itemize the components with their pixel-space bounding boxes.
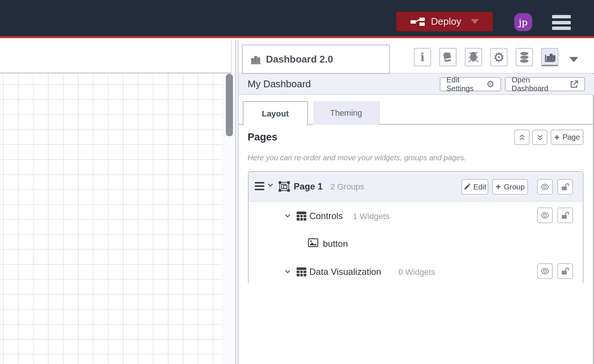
unlock-icon [561,183,569,191]
deploy-button[interactable]: Deploy [396,12,493,31]
node-red-editor: Deploy jp + [0,0,594,364]
gear-icon: ⚙ [493,51,504,64]
deploy-caret-icon[interactable] [471,19,479,24]
page-group-count: 2 Groups [330,182,364,192]
debug-tool-button[interactable] [465,48,482,66]
help-tool-button[interactable] [439,48,457,66]
open-dashboard-button[interactable]: Open Dashboard [505,77,585,91]
edit-page-label: Edit [473,183,486,191]
page-card: Page 1 2 Groups Edit + Group [248,171,584,285]
add-page-label: Page [563,133,580,142]
dashboard-tool-button[interactable] [541,48,558,66]
unlock-icon [561,267,569,275]
edit-settings-button[interactable]: Edit Settings ⚙ [440,77,501,91]
external-link-icon [570,80,578,88]
chevron-down-icon[interactable] [285,270,291,274]
pencil-icon [464,183,470,190]
expand-all-button[interactable] [532,130,548,145]
add-group-button[interactable]: + Group [492,179,528,195]
table-icon [297,212,306,221]
double-chevron-up-icon [518,134,526,141]
user-avatar[interactable]: jp [514,13,532,31]
page-row[interactable]: Page 1 2 Groups Edit + Group [249,172,583,201]
group-name: Data Visualization [309,267,381,277]
sidebar-tab-title: Dashboard 2.0 [266,54,333,65]
page-name: Page 1 [294,181,322,192]
chevron-down-icon[interactable] [267,183,273,187]
chevron-down-icon[interactable] [285,214,291,218]
pages-heading: Pages [248,131,278,143]
object-group-icon [279,181,290,192]
widget-row-button[interactable]: button [249,230,583,258]
group-widget-count: 1 Widgets [353,212,390,221]
flow-tab-bar: + [0,40,231,73]
group-lock-button[interactable] [557,207,573,223]
image-icon [308,238,318,247]
add-page-button[interactable]: + Page [551,130,584,145]
flow-canvas[interactable] [0,73,222,364]
add-group-label: Group [504,183,525,191]
eye-icon [540,212,549,219]
sidebar-resize-divider[interactable] [235,40,239,364]
tab-theming[interactable]: Theming [313,101,379,125]
config-tool-button[interactable]: ⚙ [490,48,507,66]
plus-icon: + [554,133,560,142]
unlock-icon [561,211,569,219]
double-chevron-down-icon [536,134,544,141]
gear-icon: ⚙ [486,80,494,89]
info-tool-button[interactable]: i [414,48,431,66]
context-tool-button[interactable] [516,48,533,66]
group-row-data-visualization[interactable]: Data Visualization 0 Widgets [249,258,583,285]
drag-handle-icon[interactable] [255,182,264,190]
eye-icon [540,268,549,274]
dashboard-title: My Dashboard [248,78,311,90]
sidebar-header: Dashboard 2.0 i [239,40,594,73]
avatar-initials: jp [519,17,528,28]
chart-icon [250,54,261,64]
book-icon [443,52,453,63]
top-navbar: Deploy jp [0,0,594,38]
table-icon [297,267,306,276]
sidebar-menu-caret-icon[interactable] [569,57,578,62]
group-row-controls[interactable]: Controls 1 Widgets [249,202,583,230]
edit-settings-label: Edit Settings [446,76,482,93]
bug-icon [468,52,479,63]
widget-name: button [323,239,348,249]
page-lock-button[interactable] [557,179,573,195]
vertical-scrollbar[interactable] [226,74,233,136]
pages-description: Here you can re-order and move your widg… [248,154,466,162]
database-icon [519,52,530,63]
collapse-all-button[interactable] [514,130,530,145]
eye-icon [540,183,549,190]
deploy-icon [410,17,425,26]
hamburger-menu-icon[interactable] [552,15,571,30]
group-name: Controls [309,211,343,221]
group-lock-button[interactable] [557,263,573,279]
sidebar-tab-dashboard[interactable]: Dashboard 2.0 [242,45,390,74]
plus-icon: + [495,182,501,191]
tab-layout[interactable]: Layout [243,101,308,125]
dashboard-panel-bar: My Dashboard Edit Settings ⚙ Open Dashbo… [239,74,594,95]
group-widget-count: 0 Widgets [398,267,435,277]
info-icon: i [420,51,424,64]
page-visibility-button[interactable] [537,179,553,195]
layout-theming-tabbar: Layout Theming [239,95,594,125]
group-visibility-button[interactable] [537,207,553,223]
chart-icon [544,52,555,62]
group-visibility-button[interactable] [537,263,553,279]
deploy-label: Deploy [431,16,461,27]
sidebar: Dashboard 2.0 i [239,40,594,364]
edit-page-button[interactable]: Edit [461,179,488,195]
open-dashboard-label: Open Dashboard [512,76,566,93]
